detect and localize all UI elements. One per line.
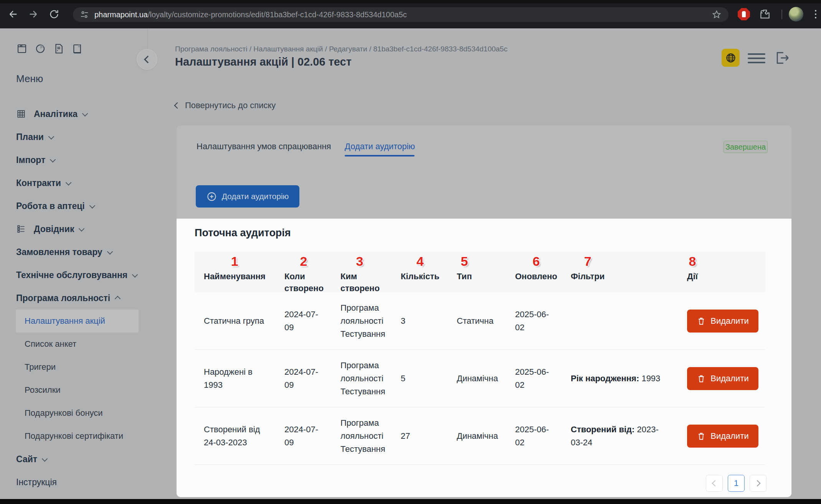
sidebar-item-label: Імпорт	[16, 155, 45, 165]
sidebar-item-mailings[interactable]: Розсилки	[0, 379, 147, 402]
sidebar-item-instruction[interactable]: Інструкція	[0, 471, 147, 494]
book-icon[interactable]	[71, 43, 83, 54]
active-tab-underline	[345, 155, 415, 156]
cell-created-by: Програма лояльності Тестування	[331, 301, 392, 341]
cell-count: 5	[392, 372, 448, 385]
cell-created-by: Програма лояльності Тестування	[331, 359, 392, 398]
sidebar-item-label: Робота в аптеці	[16, 201, 85, 211]
cell-count: 3	[392, 315, 448, 328]
reload-icon[interactable]	[49, 9, 59, 20]
sidebar-item-label: Технічне обслуговування	[16, 270, 127, 280]
url-bar[interactable]: pharmapoint.ua/loyalty/customize-promoti…	[73, 7, 728, 22]
annotation-number: 2	[300, 254, 307, 268]
add-audience-label: Додати аудиторію	[222, 192, 289, 201]
chevron-up-icon	[115, 296, 121, 302]
sidebar-item-contracts[interactable]: Контракти	[0, 171, 147, 194]
sidebar-item-site[interactable]: Сайт	[0, 448, 147, 471]
cell-type: Динамічна	[448, 372, 506, 385]
chevron-down-icon	[48, 133, 55, 140]
cell-updated: 2025-06-02	[506, 423, 562, 449]
sidebar-item-import[interactable]: Імпорт	[0, 148, 147, 171]
column-header-count: 4Кількість	[392, 252, 448, 294]
cell-name: Статична група	[195, 315, 275, 328]
browser-menu-icon[interactable]	[812, 8, 819, 20]
trash-icon	[697, 432, 706, 441]
hand-glyph	[742, 11, 746, 17]
bookmark-star-icon[interactable]	[712, 10, 722, 20]
delete-button[interactable]: Видалити	[687, 310, 758, 333]
sidebar-item-promo-settings[interactable]: Налаштування акцій	[16, 310, 139, 333]
sidebar-item-label: Плани	[16, 132, 44, 142]
menu-toggle-icon[interactable]	[748, 53, 765, 66]
cabinet-icon[interactable]	[16, 43, 28, 54]
sidebar-item-plans[interactable]: Плани	[0, 125, 147, 148]
sidebar-item-goods-order[interactable]: Замовлення товару	[0, 240, 147, 264]
chevron-down-icon	[82, 110, 88, 117]
site-info-icon[interactable]	[80, 10, 89, 19]
sidebar-item-gift-bonuses[interactable]: Подарункові бонуси	[0, 402, 147, 425]
tab-trigger-conditions[interactable]: Налаштування умов спрацювання	[197, 142, 331, 152]
language-globe-button[interactable]	[722, 49, 740, 67]
forward-icon[interactable]	[28, 9, 39, 20]
back-icon[interactable]	[8, 9, 18, 20]
annotation-number: 3	[356, 254, 363, 268]
sidebar-item-triggers[interactable]: Тригери	[0, 356, 147, 379]
chevron-down-icon	[79, 226, 85, 232]
logout-icon[interactable]	[774, 49, 791, 66]
pagination: 1	[706, 475, 766, 492]
add-audience-button[interactable]: Додати аудиторію	[196, 185, 299, 208]
column-header-filters: 7Фільтри	[562, 252, 678, 294]
sidebar-item-pharmacy-work[interactable]: Робота в аптеці	[0, 194, 147, 217]
pie-chart-icon[interactable]	[35, 43, 46, 54]
toolbar-divider	[781, 10, 782, 19]
table-row: Статична група 2024-07-09 Програма лояль…	[195, 292, 765, 350]
table-header-row: 1Найменування 2Коли створено 3Ким створе…	[195, 252, 765, 292]
cell-name: Народжені в 1993	[195, 366, 275, 392]
sidebar-item-loyalty-program[interactable]: Програма лояльності	[0, 287, 147, 310]
table-body: Статична група 2024-07-09 Програма лояль…	[195, 292, 765, 465]
table-row: Народжені в 1993 2024-07-09 Програма лоя…	[195, 350, 765, 407]
url-text: pharmapoint.ua/loyalty/customize-promoti…	[94, 10, 407, 19]
cell-filters: Рік народження: 1993	[562, 372, 678, 385]
cell-created: 2024-07-09	[275, 423, 331, 449]
delete-button[interactable]: Видалити	[687, 425, 758, 448]
sidebar-item-gift-certificates[interactable]: Подарункові сертифікати	[0, 425, 147, 448]
pagination-next-button[interactable]	[750, 475, 766, 492]
sidebar-item-maintenance[interactable]: Технічне обслуговування	[0, 264, 147, 287]
column-header-type: 5Тип	[448, 252, 506, 294]
content-card: Налаштування умов спрацювання Додати ауд…	[177, 125, 791, 497]
sidebar-item-questionnaires[interactable]: Список анкет	[0, 333, 147, 356]
annotation-number: 4	[416, 254, 424, 268]
pagination-prev-button[interactable]	[706, 475, 723, 492]
sidebar-item-directory[interactable]: Довідник	[0, 217, 147, 240]
current-audience-section: Поточна аудиторія 1Найменування 2Коли ст…	[177, 219, 791, 497]
chevron-left-icon	[712, 480, 719, 487]
cell-actions: Видалити	[678, 425, 765, 448]
profile-avatar[interactable]	[789, 7, 803, 21]
pagination-page-button[interactable]: 1	[728, 475, 745, 492]
url-path: /loyalty/customize-promotions/edit/81ba3…	[148, 10, 407, 19]
breadcrumb[interactable]: Програма лояльності / Налаштування акцій…	[175, 45, 507, 53]
delete-label: Видалити	[710, 431, 749, 441]
sidebar-item-label: Аналітика	[34, 109, 78, 119]
sidebar-quick-icons	[16, 43, 83, 54]
delete-button[interactable]: Видалити	[687, 367, 758, 390]
annotation-number: 8	[689, 254, 696, 268]
column-header-name: 1Найменування	[195, 252, 275, 294]
page-title: Налаштування акцій | 02.06 тест	[175, 56, 352, 68]
cell-updated: 2025-06-02	[506, 308, 562, 334]
adblock-extension-icon[interactable]	[738, 8, 750, 20]
plus-circle-icon	[206, 191, 217, 202]
sidebar-collapse-button[interactable]	[137, 49, 157, 70]
menu-title: Меню	[16, 73, 43, 85]
back-to-list-link[interactable]: Повернутись до списку	[175, 100, 276, 110]
sidebar-item-analytics[interactable]: Аналітика	[0, 102, 147, 125]
report-icon[interactable]	[53, 43, 64, 54]
annotation-number: 7	[584, 254, 591, 268]
sidebar-item-label: Контракти	[16, 178, 61, 188]
sidebar-item-label: Інструкція	[16, 477, 57, 488]
extensions-puzzle-icon[interactable]	[759, 8, 771, 20]
tab-add-audience[interactable]: Додати аудиторію	[345, 142, 415, 152]
chevron-right-icon	[754, 480, 761, 487]
sidebar-item-label: Налаштування акцій	[25, 316, 105, 326]
